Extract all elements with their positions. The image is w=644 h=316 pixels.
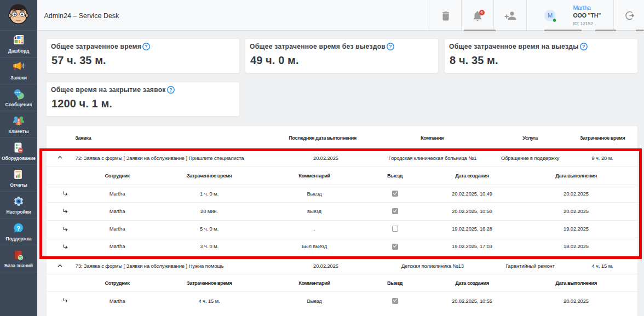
svg-text:?: ? [389,44,392,49]
svg-text:?: ? [169,87,173,93]
svg-text:?: ? [16,225,20,231]
svg-text:?: ? [145,44,148,49]
svg-text:?: ? [582,44,585,49]
